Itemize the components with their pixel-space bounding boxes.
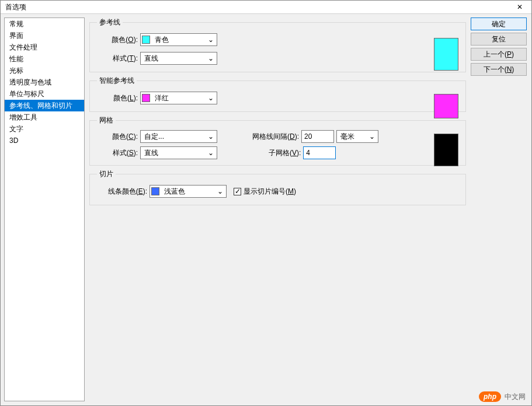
- grid-interval-input[interactable]: [301, 130, 334, 143]
- check-icon: ✓: [235, 188, 241, 194]
- smart-guides-swatch[interactable]: [434, 94, 458, 118]
- smart-guides-color-combo[interactable]: 洋红 ⌄: [140, 92, 217, 104]
- slices-show-numbers-checkbox[interactable]: ✓ 显示切片编号(M): [234, 187, 296, 197]
- guides-color-mini-swatch: [142, 36, 150, 44]
- grid-interval-label: 网格线间隔(D):: [252, 132, 299, 142]
- prev-button[interactable]: 上一个(P): [471, 48, 527, 61]
- content-panel: 参考线 颜色(O): 青色 ⌄ 样式(T):: [89, 18, 466, 401]
- grid-unit-combo[interactable]: 毫米 ⌄: [336, 130, 378, 143]
- grid-style-label: 样式(S):: [97, 148, 138, 158]
- slices-color-mini-swatch: [151, 187, 159, 195]
- close-icon: ✕: [517, 3, 523, 11]
- sidebar-item-cursors[interactable]: 光标: [5, 65, 84, 76]
- group-guides-legend: 参考线: [97, 18, 123, 27]
- slices-color-value: 浅蓝色: [162, 187, 215, 197]
- dialog-body: 常规 界面 文件处理 性能 光标 透明度与色域 单位与标尺 参考线、网格和切片 …: [1, 14, 531, 405]
- sidebar-item-plugins[interactable]: 增效工具: [5, 111, 84, 123]
- sidebar-item-filehandling[interactable]: 文件处理: [5, 41, 84, 53]
- slices-color-label: 线条颜色(E):: [97, 187, 147, 197]
- chevron-down-icon: ⌄: [206, 94, 215, 102]
- sidebar-item-performance[interactable]: 性能: [5, 53, 84, 65]
- watermark-text: 中文网: [505, 392, 526, 402]
- button-column: 确定 复位 上一个(P) 下一个(N): [471, 18, 527, 401]
- sidebar: 常规 界面 文件处理 性能 光标 透明度与色域 单位与标尺 参考线、网格和切片 …: [4, 18, 85, 401]
- reset-button[interactable]: 复位: [471, 33, 527, 46]
- chevron-down-icon: ⌄: [367, 132, 377, 141]
- grid-style-value: 直线: [142, 148, 206, 158]
- smart-guides-color-mini-swatch: [142, 94, 150, 102]
- group-grid: 网格 颜色(C): 自定... ⌄ 网格线间隔(D):: [89, 116, 466, 166]
- main-area: 参考线 颜色(O): 青色 ⌄ 样式(T):: [85, 14, 531, 405]
- grid-color-combo[interactable]: 自定... ⌄: [140, 130, 217, 143]
- chevron-down-icon: ⌄: [206, 149, 215, 157]
- next-button[interactable]: 下一个(N): [471, 63, 527, 76]
- smart-guides-color-label: 颜色(L):: [97, 93, 138, 103]
- sidebar-item-3d[interactable]: 3D: [5, 135, 84, 146]
- guides-color-value: 青色: [152, 35, 206, 45]
- close-button[interactable]: ✕: [508, 1, 531, 14]
- grid-color-label: 颜色(C):: [97, 132, 138, 142]
- sidebar-item-transparency[interactable]: 透明度与色域: [5, 76, 84, 88]
- grid-color-value: 自定...: [142, 132, 206, 142]
- sidebar-item-guides-grid-slices[interactable]: 参考线、网格和切片: [5, 100, 84, 111]
- grid-unit-value: 毫米: [338, 132, 367, 142]
- guides-style-label: 样式(T):: [97, 54, 138, 64]
- window-title: 首选项: [5, 2, 26, 12]
- grid-style-combo[interactable]: 直线 ⌄: [140, 146, 217, 159]
- sidebar-item-type[interactable]: 文字: [5, 123, 84, 135]
- group-guides: 参考线 颜色(O): 青色 ⌄ 样式(T):: [89, 18, 466, 72]
- preferences-window: 首选项 ✕ 常规 界面 文件处理 性能 光标 透明度与色域 单位与标尺 参考线、…: [0, 0, 532, 406]
- grid-sub-input[interactable]: [303, 146, 336, 159]
- group-slices: 切片 线条颜色(E): 浅蓝色 ⌄ ✓ 显示切片编号(M): [89, 169, 466, 205]
- guides-color-combo[interactable]: 青色 ⌄: [140, 33, 217, 46]
- checkbox-box: ✓: [234, 188, 241, 195]
- grid-swatch[interactable]: [434, 134, 458, 166]
- smart-guides-color-value: 洋红: [152, 93, 206, 103]
- group-slices-legend: 切片: [97, 169, 116, 179]
- chevron-down-icon: ⌄: [206, 36, 215, 44]
- grid-sub-label: 子网格(V):: [269, 148, 301, 158]
- chevron-down-icon: ⌄: [206, 54, 215, 62]
- group-grid-legend: 网格: [97, 116, 116, 125]
- chevron-down-icon: ⌄: [206, 132, 215, 141]
- guides-swatch[interactable]: [434, 38, 458, 71]
- chevron-down-icon: ⌄: [215, 187, 225, 195]
- group-smart-guides-legend: 智能参考线: [97, 76, 137, 86]
- ok-button[interactable]: 确定: [471, 18, 527, 30]
- titlebar: 首选项 ✕: [1, 1, 531, 14]
- guides-style-value: 直线: [142, 54, 206, 64]
- slices-color-combo[interactable]: 浅蓝色 ⌄: [149, 185, 227, 198]
- guides-color-label: 颜色(O):: [97, 35, 138, 45]
- group-smart-guides: 智能参考线 颜色(L): 洋红 ⌄: [89, 76, 466, 112]
- sidebar-item-units[interactable]: 单位与标尺: [5, 88, 84, 100]
- guides-style-combo[interactable]: 直线 ⌄: [140, 52, 217, 65]
- sidebar-item-general[interactable]: 常规: [5, 18, 84, 30]
- slices-show-numbers-label: 显示切片编号(M): [244, 187, 296, 197]
- sidebar-item-interface[interactable]: 界面: [5, 30, 84, 41]
- php-badge: php: [479, 391, 501, 402]
- watermark: php 中文网: [479, 391, 526, 402]
